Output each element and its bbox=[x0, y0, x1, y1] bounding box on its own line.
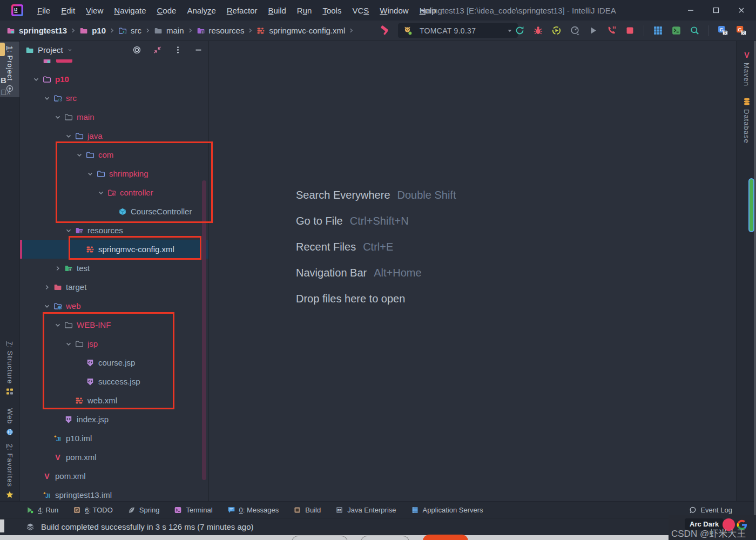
terminal-green-button[interactable] bbox=[671, 25, 681, 36]
breadcrumb-springtest13[interactable]: springtest13 bbox=[6, 26, 67, 35]
breadcrumb-src[interactable]: src bbox=[118, 26, 141, 35]
menu-tools[interactable]: Tools bbox=[317, 4, 347, 17]
tree-item-success-jsp[interactable]: success.jsp bbox=[20, 372, 208, 391]
sidebar-tab-7-structure[interactable]: 7: Structure bbox=[0, 337, 19, 400]
tree-item-springmvc-config-xml[interactable]: springmvc-config.xml bbox=[20, 240, 208, 259]
toolbar-separator bbox=[708, 25, 709, 36]
toolwindow-tab-build[interactable]: Build bbox=[293, 506, 321, 514]
menu-code[interactable]: Code bbox=[152, 4, 182, 17]
rerun-button[interactable] bbox=[515, 25, 525, 36]
menu-build[interactable]: Build bbox=[262, 4, 291, 17]
run-gray-button[interactable] bbox=[588, 25, 598, 36]
toolwindow-tab-spring[interactable]: Spring bbox=[127, 506, 160, 514]
chevron-expanded-icon[interactable] bbox=[75, 151, 84, 159]
tree-item-course-jsp[interactable]: course.jsp bbox=[20, 353, 208, 372]
tree-item-src[interactable]: src bbox=[20, 89, 208, 107]
chevron-expanded-icon[interactable] bbox=[97, 188, 105, 197]
menu-view[interactable]: View bbox=[80, 4, 109, 17]
tree-item-com[interactable]: com bbox=[20, 145, 208, 164]
toolwindow-tab-6-todo[interactable]: 6: TODO bbox=[73, 506, 113, 514]
menu-refactor[interactable]: Refactor bbox=[221, 4, 263, 17]
tree-item-pom-xml[interactable]: Vpom.xml bbox=[20, 467, 208, 485]
coverage-button[interactable] bbox=[551, 25, 562, 36]
toolwindow-tab-java-enterprise[interactable]: EEJava Enterprise bbox=[335, 506, 396, 514]
profiler-button[interactable] bbox=[570, 25, 580, 36]
tree-item-jsp[interactable]: jsp bbox=[20, 334, 208, 353]
menu-file[interactable]: File bbox=[32, 4, 56, 17]
tree-item-java[interactable]: java bbox=[20, 126, 208, 145]
window-minimize-button[interactable] bbox=[678, 0, 703, 21]
menu-navigate[interactable]: Navigate bbox=[109, 4, 151, 17]
tree-item-shrimpking[interactable]: shrimpking bbox=[20, 164, 208, 183]
breadcrumb-resources[interactable]: resources bbox=[197, 26, 245, 35]
tree-item-p10[interactable]: p10 bbox=[20, 70, 208, 89]
tree-item-web-xml[interactable]: web.xml bbox=[20, 391, 208, 410]
collapse-all-button[interactable] bbox=[153, 45, 162, 55]
breadcrumb-main[interactable]: main bbox=[154, 26, 184, 35]
tree-item-label: p10 bbox=[55, 75, 69, 84]
window-close-button[interactable] bbox=[728, 0, 754, 21]
menu-window[interactable]: Window bbox=[374, 4, 414, 17]
chevron-expanded-icon[interactable] bbox=[53, 113, 62, 122]
attach-debugger-button[interactable] bbox=[606, 25, 617, 36]
chevron-expanded-icon[interactable] bbox=[64, 132, 73, 140]
sidebar-tab-web[interactable]: Web bbox=[0, 404, 19, 441]
search-button[interactable] bbox=[690, 25, 700, 36]
stop-button[interactable] bbox=[625, 25, 635, 36]
tree-item-main[interactable]: main bbox=[20, 107, 208, 126]
toolwindow-tab-0-messages[interactable]: 0: Messages bbox=[227, 506, 279, 514]
translate-blue-button[interactable]: G文 bbox=[718, 25, 728, 36]
tree-item-clipped[interactable] bbox=[20, 59, 208, 70]
chevron-collapsed-icon[interactable] bbox=[43, 283, 51, 292]
sidebar-tab-2-favorites[interactable]: 2: Favorites bbox=[0, 440, 19, 503]
translate-orange-button[interactable]: G文 bbox=[736, 25, 746, 36]
window-maximize-button[interactable] bbox=[703, 0, 728, 21]
chevron-down-icon[interactable] bbox=[67, 47, 73, 53]
tree-item-pom-xml[interactable]: Vpom.xml bbox=[20, 448, 208, 467]
tree-scrollbar[interactable] bbox=[202, 180, 206, 480]
menu-analyze[interactable]: Analyze bbox=[181, 4, 221, 17]
toolwindow-tab-label: Java Enterprise bbox=[347, 506, 396, 514]
toolwindow-tab-label: Terminal bbox=[186, 506, 212, 514]
tree-item-test[interactable]: test bbox=[20, 259, 208, 278]
debug-button[interactable] bbox=[533, 25, 543, 36]
chevron-expanded-icon[interactable] bbox=[43, 302, 51, 310]
chevron-expanded-icon[interactable] bbox=[64, 226, 73, 235]
toolwindow-tab-label: Event Log bbox=[700, 506, 732, 514]
chevron-collapsed-icon[interactable] bbox=[53, 264, 62, 273]
breadcrumb-springmvc-config-xml[interactable]: springmvc-config.xml bbox=[256, 26, 345, 35]
chevron-expanded-icon[interactable] bbox=[64, 340, 73, 348]
toolwindow-tab-4-run[interactable]: 4: Run bbox=[26, 506, 58, 514]
chevron-expanded-icon[interactable] bbox=[53, 321, 62, 329]
breadcrumb-p10[interactable]: p10 bbox=[79, 26, 106, 35]
chevron-expanded-icon[interactable] bbox=[86, 170, 94, 178]
tree-item-coursecontroller[interactable]: CourseController bbox=[20, 202, 208, 221]
toolwindow-tab-event-log[interactable]: Event Log bbox=[688, 506, 732, 514]
toolwindow-tab-application-servers[interactable]: Application Servers bbox=[411, 506, 483, 514]
menu-edit[interactable]: Edit bbox=[56, 4, 80, 17]
build-hammer-icon[interactable] bbox=[380, 25, 391, 36]
tree-item-web-inf[interactable]: WEB-INF bbox=[20, 315, 208, 334]
tree-item-springtest13-iml[interactable]: JIspringtest13.iml bbox=[20, 485, 208, 501]
locate-target-button[interactable] bbox=[132, 45, 141, 55]
tree-item-resources[interactable]: resources bbox=[20, 221, 208, 240]
hide-panel-button[interactable] bbox=[194, 45, 203, 55]
tree-item-target[interactable]: target bbox=[20, 278, 208, 296]
sidebar-tab-maven[interactable]: VMaven bbox=[737, 46, 756, 91]
tree-item-controller[interactable]: controller bbox=[20, 183, 208, 202]
window-edge-artifact bbox=[754, 41, 756, 535]
menu-vcs[interactable]: VCS bbox=[347, 4, 374, 17]
chevron-expanded-icon[interactable] bbox=[32, 75, 40, 84]
kebab-menu-button[interactable] bbox=[173, 45, 183, 55]
chevron-expanded-icon[interactable] bbox=[43, 94, 51, 103]
grid-button[interactable] bbox=[653, 25, 663, 36]
run-configuration-select[interactable]: TOMCAT 9.0.37 bbox=[398, 23, 518, 38]
indent-spacer bbox=[32, 491, 40, 500]
tree-item-index-jsp[interactable]: index.jsp bbox=[20, 410, 208, 429]
sidebar-tab-database[interactable]: Database bbox=[737, 93, 756, 148]
toolwindow-tab-terminal[interactable]: Terminal bbox=[174, 506, 212, 514]
menu-run[interactable]: Run bbox=[292, 4, 318, 17]
tree-item-web[interactable]: web bbox=[20, 296, 208, 315]
project-panel-title[interactable]: Project bbox=[38, 45, 63, 55]
tree-item-p10-iml[interactable]: JIp10.iml bbox=[20, 429, 208, 448]
